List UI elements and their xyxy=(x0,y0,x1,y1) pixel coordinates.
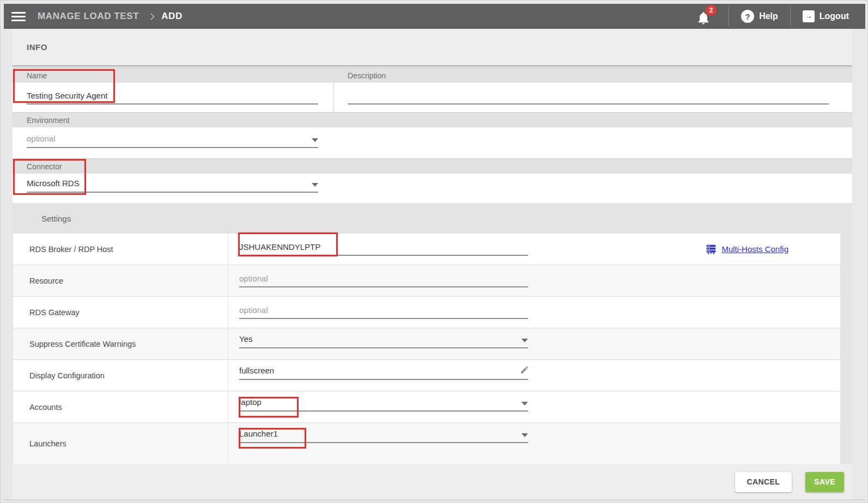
description-label: Description xyxy=(348,71,386,80)
accounts-value: laptop xyxy=(239,397,262,407)
app-window: MANAGE LOAD TEST ADD 2 ? Help → Logout I… xyxy=(0,0,868,503)
info-section-header: INFO xyxy=(13,29,852,66)
cancel-button[interactable]: CANCEL xyxy=(735,472,792,492)
resource-label: Resource xyxy=(13,265,228,296)
form-footer: CANCEL SAVE xyxy=(13,464,852,500)
settings-row: RDS Broker / RDP Host xyxy=(13,234,840,265)
launchers-select[interactable]: Launcher1 xyxy=(239,429,528,443)
multi-hosts-config-label: Multi-Hosts Config xyxy=(721,244,788,254)
notifications-button[interactable]: 2 xyxy=(695,7,713,26)
edit-pencil-icon[interactable] xyxy=(520,365,529,375)
name-label: Name xyxy=(27,71,47,80)
environment-value: optional xyxy=(27,134,56,143)
display-configuration-value: fullscreen xyxy=(239,366,274,375)
settings-row: Accounts laptop xyxy=(13,391,840,423)
column-divider xyxy=(333,83,333,112)
resource-input[interactable] xyxy=(239,272,528,287)
logout-label: Logout xyxy=(820,11,849,21)
menu-icon[interactable] xyxy=(11,10,26,23)
rds-gateway-label: RDS Gateway xyxy=(13,297,228,328)
connector-select[interactable]: Microsoft RDS xyxy=(27,179,318,193)
breadcrumb-current: ADD xyxy=(161,11,183,22)
save-button[interactable]: SAVE xyxy=(805,472,844,492)
rds-broker-label: RDS Broker / RDP Host xyxy=(13,234,228,265)
suppress-cert-warnings-select[interactable]: Yes xyxy=(239,334,528,348)
suppress-cert-warnings-label: Suppress Certificate Warnings xyxy=(13,328,228,359)
settings-title: Settings xyxy=(13,203,852,234)
accounts-select[interactable]: laptop xyxy=(239,397,528,412)
display-configuration-field[interactable]: fullscreen xyxy=(239,366,528,380)
logout-icon: → xyxy=(803,10,815,22)
app-header: MANAGE LOAD TEST ADD 2 ? Help → Logout xyxy=(4,4,865,29)
notification-badge: 2 xyxy=(706,5,717,16)
help-label: Help xyxy=(759,11,778,21)
rds-gateway-input[interactable] xyxy=(239,303,528,319)
display-configuration-label: Display Configuration xyxy=(13,360,228,391)
environment-row: optional xyxy=(13,127,852,158)
rds-broker-input[interactable] xyxy=(239,240,528,256)
logout-button[interactable]: → Logout xyxy=(791,4,861,29)
breadcrumb-root[interactable]: MANAGE LOAD TEST xyxy=(38,11,139,22)
chevron-down-icon xyxy=(521,433,528,437)
connector-label-bar: Connector xyxy=(13,158,852,174)
help-button[interactable]: ? Help xyxy=(729,4,790,29)
suppress-cert-warnings-value: Yes xyxy=(239,334,252,343)
chevron-down-icon xyxy=(312,138,318,142)
info-title: INFO xyxy=(27,42,47,52)
name-input[interactable] xyxy=(27,89,318,105)
connector-value: Microsoft RDS xyxy=(27,179,80,188)
launchers-label: Launchers xyxy=(13,423,228,464)
connector-label: Connector xyxy=(27,162,62,171)
multi-hosts-config-link[interactable]: Multi-Hosts Config xyxy=(706,244,788,255)
settings-row: Launchers Launcher1 xyxy=(13,423,840,464)
environment-label-bar: Environment xyxy=(13,112,852,127)
chevron-down-icon xyxy=(521,402,528,406)
environment-select[interactable]: optional xyxy=(27,134,318,148)
name-description-row xyxy=(13,83,852,112)
settings-row: Resource xyxy=(13,265,840,297)
chevron-right-icon xyxy=(148,13,155,20)
settings-row: Suppress Certificate Warnings Yes xyxy=(13,328,840,360)
server-stack-icon xyxy=(706,244,717,255)
help-icon: ? xyxy=(741,10,754,23)
connector-row: Microsoft RDS xyxy=(13,174,852,203)
settings-row: RDS Gateway xyxy=(13,297,840,328)
description-input[interactable] xyxy=(348,89,829,105)
chevron-down-icon xyxy=(521,339,528,342)
settings-row: Display Configuration fullscreen xyxy=(13,360,840,391)
chevron-down-icon xyxy=(312,183,318,187)
bottom-divider xyxy=(4,500,865,500)
name-description-label-bar: Name Description xyxy=(13,68,852,83)
accounts-label: Accounts xyxy=(13,391,228,422)
launchers-value: Launcher1 xyxy=(239,429,278,438)
environment-label: Environment xyxy=(27,116,70,125)
